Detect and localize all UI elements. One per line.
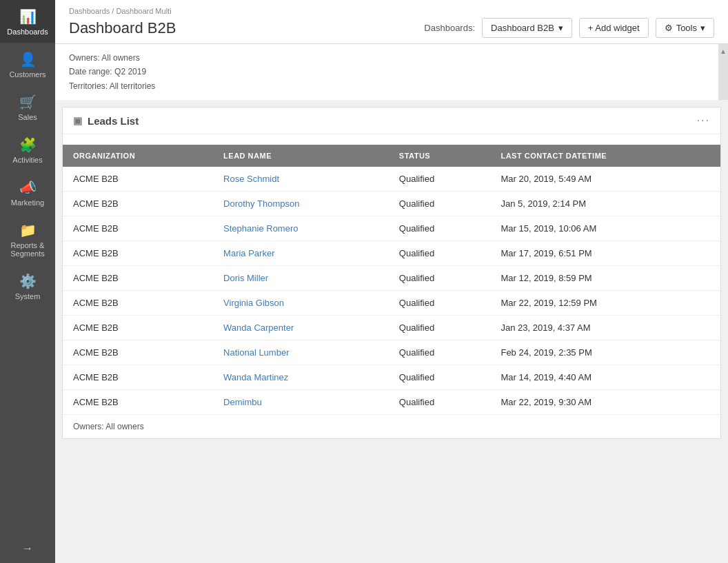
main-area: Dashboards / Dashboard Multi Dashboard B… bbox=[55, 0, 728, 563]
sidebar-item-label: Marketing bbox=[11, 198, 44, 207]
cell-status: Qualified bbox=[389, 241, 491, 266]
marketing-icon: 📣 bbox=[19, 179, 37, 196]
cell-organization: ACME B2B bbox=[63, 167, 213, 192]
table-row: ACME B2BDemimbuQualifiedMar 22, 2019, 9:… bbox=[63, 390, 720, 415]
cell-lead-name[interactable]: Wanda Carpenter bbox=[213, 316, 389, 340]
topbar: Dashboards / Dashboard Multi Dashboard B… bbox=[55, 0, 728, 44]
cell-lead-name[interactable]: Rose Schmidt bbox=[213, 167, 389, 192]
cell-last-contact: Feb 24, 2019, 2:35 PM bbox=[490, 340, 720, 365]
footer-owners: Owners: All owners bbox=[73, 422, 144, 431]
sidebar-item-marketing[interactable]: 📣 Marketing bbox=[0, 171, 55, 214]
add-widget-button[interactable]: + Add widget bbox=[579, 18, 649, 38]
lead-name-link[interactable]: Virginia Gibson bbox=[223, 298, 284, 308]
sidebar-item-sales[interactable]: 🛒 Sales bbox=[0, 85, 55, 128]
cell-lead-name[interactable]: Stephanie Romero bbox=[213, 216, 389, 241]
tools-button[interactable]: ⚙ Tools ▾ bbox=[656, 18, 714, 38]
add-widget-label: + Add widget bbox=[588, 23, 640, 33]
scroll-up-arrow[interactable]: ▲ bbox=[720, 45, 727, 57]
widget-header: ▣ Leads List ··· bbox=[63, 108, 720, 134]
sidebar: 📊 Dashboards 👤 Customers 🛒 Sales 🧩 Activ… bbox=[0, 0, 55, 563]
sidebar-item-activities[interactable]: 🧩 Activities bbox=[0, 128, 55, 171]
lead-name-link[interactable]: Dorothy Thompson bbox=[223, 198, 299, 209]
topbar-controls: Dashboards: Dashboard B2B ▾ + Add widget… bbox=[424, 18, 714, 38]
table-row: ACME B2BRose SchmidtQualifiedMar 20, 201… bbox=[63, 167, 720, 192]
cell-status: Qualified bbox=[389, 167, 491, 192]
dropdown-label: Dashboard B2B bbox=[491, 23, 554, 33]
widget-title-area: ▣ Leads List bbox=[73, 115, 139, 127]
cell-organization: ACME B2B bbox=[63, 291, 213, 316]
sidebar-arrow[interactable]: → bbox=[0, 534, 55, 563]
cell-status: Qualified bbox=[389, 192, 491, 216]
scroll-bar[interactable]: ▲ bbox=[718, 44, 728, 100]
cell-status: Qualified bbox=[389, 316, 491, 340]
cell-lead-name[interactable]: Demimbu bbox=[213, 390, 389, 415]
sidebar-item-label: Customers bbox=[9, 70, 46, 79]
table-row: ACME B2BWanda CarpenterQualifiedJan 23, … bbox=[63, 316, 720, 340]
gear-icon: ⚙ bbox=[665, 23, 673, 33]
sidebar-item-label: Activities bbox=[12, 156, 42, 164]
table-header-row: ORGANIZATION LEAD NAME STATUS LAST CONTA… bbox=[63, 145, 720, 167]
cell-last-contact: Mar 12, 2019, 8:59 PM bbox=[490, 266, 720, 291]
cell-last-contact: Mar 22, 2019, 12:59 PM bbox=[490, 291, 720, 316]
lead-name-link[interactable]: National Lumber bbox=[223, 347, 289, 358]
sidebar-item-system[interactable]: ⚙️ System bbox=[0, 265, 55, 307]
arrow-icon: → bbox=[22, 542, 33, 555]
sidebar-item-label: Dashboards bbox=[7, 28, 48, 36]
cell-organization: ACME B2B bbox=[63, 266, 213, 291]
lead-name-link[interactable]: Wanda Martinez bbox=[223, 372, 288, 382]
widget-footer: Owners: All owners bbox=[63, 415, 720, 438]
cell-lead-name[interactable]: Dorothy Thompson bbox=[213, 192, 389, 216]
lead-name-link[interactable]: Doris Miller bbox=[223, 273, 268, 283]
page-title: Dashboard B2B bbox=[69, 19, 176, 37]
cell-lead-name[interactable]: Virginia Gibson bbox=[213, 291, 389, 316]
cell-lead-name[interactable]: Wanda Martinez bbox=[213, 365, 389, 390]
content-area: Owners: All owners Date range: Q2 2019 T… bbox=[55, 44, 728, 563]
cell-last-contact: Mar 15, 2019, 10:06 AM bbox=[490, 216, 720, 241]
table-row: ACME B2BDoris MillerQualifiedMar 12, 201… bbox=[63, 266, 720, 291]
cell-lead-name[interactable]: Doris Miller bbox=[213, 266, 389, 291]
cell-organization: ACME B2B bbox=[63, 192, 213, 216]
lead-name-link[interactable]: Wanda Carpenter bbox=[223, 323, 294, 333]
cell-organization: ACME B2B bbox=[63, 340, 213, 365]
cell-last-contact: Jan 5, 2019, 2:14 PM bbox=[490, 192, 720, 216]
system-icon: ⚙️ bbox=[19, 273, 37, 289]
dashboards-label: Dashboards: bbox=[424, 23, 475, 33]
territories-filter: Territories: All territories bbox=[69, 79, 714, 93]
reports-icon: 📁 bbox=[19, 222, 37, 238]
tools-label: Tools bbox=[676, 23, 697, 33]
cell-last-contact: Jan 23, 2019, 4:37 AM bbox=[490, 316, 720, 340]
lead-name-link[interactable]: Rose Schmidt bbox=[223, 174, 279, 184]
cell-status: Qualified bbox=[389, 216, 491, 241]
cell-status: Qualified bbox=[389, 365, 491, 390]
collapse-icon[interactable]: ▣ bbox=[73, 115, 82, 126]
table-row: ACME B2BDorothy ThompsonQualifiedJan 5, … bbox=[63, 192, 720, 216]
lead-name-link[interactable]: Stephanie Romero bbox=[223, 223, 298, 234]
cell-status: Qualified bbox=[389, 291, 491, 316]
sidebar-item-dashboards[interactable]: 📊 Dashboards bbox=[0, 0, 55, 43]
filter-card: Owners: All owners Date range: Q2 2019 T… bbox=[55, 44, 728, 100]
cell-last-contact: Mar 14, 2019, 4:40 AM bbox=[490, 365, 720, 390]
table-row: ACME B2BVirginia GibsonQualifiedMar 22, … bbox=[63, 291, 720, 316]
lead-name-link[interactable]: Demimbu bbox=[223, 397, 262, 407]
cell-lead-name[interactable]: National Lumber bbox=[213, 340, 389, 365]
widget-title-text: Leads List bbox=[88, 115, 139, 127]
sidebar-item-customers[interactable]: 👤 Customers bbox=[0, 43, 55, 85]
cell-status: Qualified bbox=[389, 390, 491, 415]
cell-lead-name[interactable]: Maria Parker bbox=[213, 241, 389, 266]
date-range-filter: Date range: Q2 2019 bbox=[69, 65, 714, 79]
cell-organization: ACME B2B bbox=[63, 316, 213, 340]
col-lead-name: LEAD NAME bbox=[213, 145, 389, 167]
sidebar-item-label: System bbox=[15, 292, 41, 300]
leads-widget: ▣ Leads List ··· ORGANIZATION LEAD NAME … bbox=[62, 107, 721, 439]
activities-icon: 🧩 bbox=[19, 136, 37, 153]
col-organization: ORGANIZATION bbox=[63, 145, 213, 167]
cell-organization: ACME B2B bbox=[63, 365, 213, 390]
table-row: ACME B2BStephanie RomeroQualifiedMar 15,… bbox=[63, 216, 720, 241]
col-status: STATUS bbox=[389, 145, 491, 167]
cell-last-contact: Mar 22, 2019, 9:30 AM bbox=[490, 390, 720, 415]
lead-name-link[interactable]: Maria Parker bbox=[223, 248, 274, 258]
table-row: ACME B2BMaria ParkerQualifiedMar 17, 201… bbox=[63, 241, 720, 266]
sidebar-item-reports[interactable]: 📁 Reports & Segments bbox=[0, 214, 55, 265]
dashboard-dropdown[interactable]: Dashboard B2B ▾ bbox=[482, 18, 572, 38]
widget-menu-button[interactable]: ··· bbox=[697, 114, 710, 127]
